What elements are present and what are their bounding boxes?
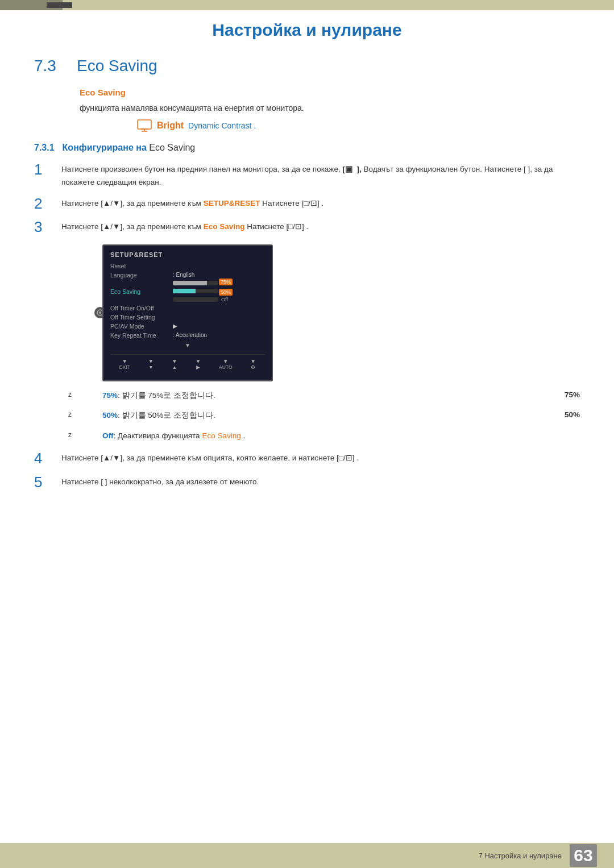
step1-text: Натиснете произволен бутон на предния па… xyxy=(61,165,342,173)
bullet-50-marker: z xyxy=(68,410,72,418)
down-symbol: ▼ xyxy=(148,358,154,364)
step4-bracket: [□/⊡] xyxy=(337,454,354,462)
monitor-screen: SETUP&RESET Reset Language : English Eco… xyxy=(102,244,273,381)
intro-text: функцията намалява консумацията на енерг… xyxy=(80,102,580,114)
menu-value-pcav: ▶ xyxy=(173,323,177,329)
subsection-heading: 7.3.1 Конфигуриране на Eco Saving xyxy=(34,143,580,153)
sub-75-val: 75% xyxy=(534,389,580,399)
step-text-2: Натиснете [▲/▼], за да преминете към SET… xyxy=(61,195,580,210)
step5-content: Натиснете [ ] неколкократно, за да излез… xyxy=(61,477,259,486)
top-bar-small xyxy=(47,2,72,8)
step2-bracket: [□/⊡] xyxy=(301,199,319,207)
sub-75-label: 75% xyxy=(102,391,118,400)
sub-50-label: 50% xyxy=(102,411,118,420)
sub-item-75-content: 75%: 밝기를 75%로 조정합니다. xyxy=(102,389,534,402)
auto-label: AUTO xyxy=(219,364,232,370)
up-label: ▲ xyxy=(172,364,177,370)
menu-item-eco-saving: Eco Saving 75% xyxy=(110,280,265,304)
bright-label: Bright xyxy=(157,121,184,131)
bottom-btn-enter: ▼ ▶ xyxy=(196,358,201,370)
eco-saving-label: Eco Saving xyxy=(80,88,580,97)
step2-suffix: Натиснете xyxy=(262,199,301,207)
step2-end: . xyxy=(322,199,324,207)
step-3: 3 Натиснете [▲/▼], за да преминете към E… xyxy=(34,218,580,236)
step-num-4: 4 xyxy=(34,450,61,467)
sub-item-75: z 75%: 밝기를 75%로 조정합니다. 75% xyxy=(68,389,580,402)
subsection-title-prefix: Конфигуриране на xyxy=(63,143,147,152)
sub-50-colon: : xyxy=(118,411,122,420)
sub-item-off: z Off: Деактивира функцията Eco Saving . xyxy=(68,430,580,442)
step2-key: SETUP&RESET xyxy=(204,199,260,207)
menu-value-language: : English xyxy=(173,272,194,278)
step-num-3: 3 xyxy=(34,218,61,236)
step3-suffix: Натиснете xyxy=(247,222,286,231)
monitor-icon xyxy=(136,119,152,132)
down-label: ▼ xyxy=(148,364,153,370)
screen-menu-title: SETUP&RESET xyxy=(110,251,265,258)
sub-off-desc: Деактивира функцията xyxy=(118,431,202,440)
menu-label-reset: Reset xyxy=(110,263,173,269)
step3-prefix: Натиснете [▲/▼], за да преминете към xyxy=(61,222,204,231)
bullet-75-marker: z xyxy=(68,391,72,398)
step2-prefix: Натиснете [▲/▼], за да преминете към xyxy=(61,199,204,207)
footer-text: 7 Настройка и нулиране xyxy=(479,852,562,860)
enter-symbol: ▼ xyxy=(196,358,201,364)
step-num-2: 2 xyxy=(34,195,61,213)
screen-bottom-bar: ▼ EXIT ▼ ▼ ▼ ▲ ▼ ▶ xyxy=(110,354,265,370)
icon-line: Bright Dynamic Contrast . xyxy=(136,119,580,132)
exit-label: EXIT xyxy=(119,364,130,370)
sub-item-50: z 50%: 밝기를 50%로 조정합니다. 50% xyxy=(68,409,580,422)
progress-bar-50 xyxy=(173,289,218,293)
menu-label-keyrepeat: Key Repeat Time xyxy=(110,332,173,339)
subsection-number: 7.3.1 xyxy=(34,143,55,153)
step-text-5: Натиснете [ ] неколкократно, за да излез… xyxy=(61,474,580,489)
page-title: Настройка и нулиране xyxy=(0,20,614,40)
step-1: 1 Натиснете произволен бутон на предния … xyxy=(34,161,580,189)
menu-item-offtimer-setting: Off Timer Setting xyxy=(110,313,265,322)
step-text-1: Натиснете произволен бутон на предния па… xyxy=(61,161,580,189)
svg-rect-0 xyxy=(138,120,151,129)
section-number: 7.3 xyxy=(34,57,65,75)
menu-label-language: Language xyxy=(110,272,173,279)
sub-75-desc: 밝기를 75%로 조정합니다. xyxy=(122,391,215,400)
menu-label-offtimer-onoff: Off Timer On/Off xyxy=(110,305,173,312)
menu-label-pcav: PC/AV Mode xyxy=(110,323,173,330)
step-text-4: Натиснете [▲/▼], за да преминете към опц… xyxy=(61,450,580,465)
exit-symbol: ▼ xyxy=(122,358,127,364)
monitor-screenshot: SETUP&RESET Reset Language : English Eco… xyxy=(80,244,273,381)
menu-item-offtimer-onoff: Off Timer On/Off xyxy=(110,304,265,313)
sub-off-label: Off xyxy=(102,431,114,440)
intro-text-content: функцията намалява консумацията на енерг… xyxy=(80,103,304,113)
step-num-5: 5 xyxy=(34,474,61,491)
sub-item-50-content: 50%: 밝기를 50%로 조정합니다. xyxy=(102,409,534,422)
menu-item-language: Language : English xyxy=(110,271,265,280)
step4-end: . xyxy=(356,454,359,462)
enter-label: ▶ xyxy=(196,364,200,370)
auto-symbol: ▼ xyxy=(223,358,229,364)
dynamic-label: Dynamic Contrast . xyxy=(188,121,256,130)
menu-value-keyrepeat: : Acceleration xyxy=(173,332,207,338)
bullet-off-marker: z xyxy=(68,431,72,439)
sub-50-desc: 밝기를 50%로 조정합니다. xyxy=(122,411,215,420)
sub-off-end: . xyxy=(243,431,245,440)
page-footer: 7 Настройка и нулиране 63 xyxy=(0,843,614,868)
intro-block: Eco Saving функцията намалява консумация… xyxy=(80,88,580,132)
step1-key: [▣ ], xyxy=(342,165,361,173)
subsection-title: Конфигуриране на Eco Saving xyxy=(63,143,196,153)
step-num-1: 1 xyxy=(34,161,61,178)
top-bar xyxy=(0,0,614,10)
bottom-btn-exit: ▼ EXIT xyxy=(119,358,130,370)
settings-label: ⚙ xyxy=(251,364,255,370)
steps-container: 1 Натиснете произволен бутон на предния … xyxy=(34,161,580,236)
menu-item-reset: Reset xyxy=(110,261,265,271)
step3-end: . xyxy=(306,222,309,231)
svg-point-5 xyxy=(99,312,101,314)
menu-item-pcav: PC/AV Mode ▶ xyxy=(110,322,265,331)
subsection-title-suffix: Eco Saving xyxy=(149,143,195,152)
menu-value-eco-saving: 75% 50% xyxy=(173,281,228,302)
sub-item-off-content: Off: Деактивира функцията Eco Saving . xyxy=(102,430,580,442)
step3-key: Eco Saving xyxy=(204,222,245,231)
section-title: Eco Saving xyxy=(77,57,157,75)
menu-label-eco-saving: Eco Saving xyxy=(110,288,173,295)
page-header: Настройка и нулиране xyxy=(0,10,614,47)
